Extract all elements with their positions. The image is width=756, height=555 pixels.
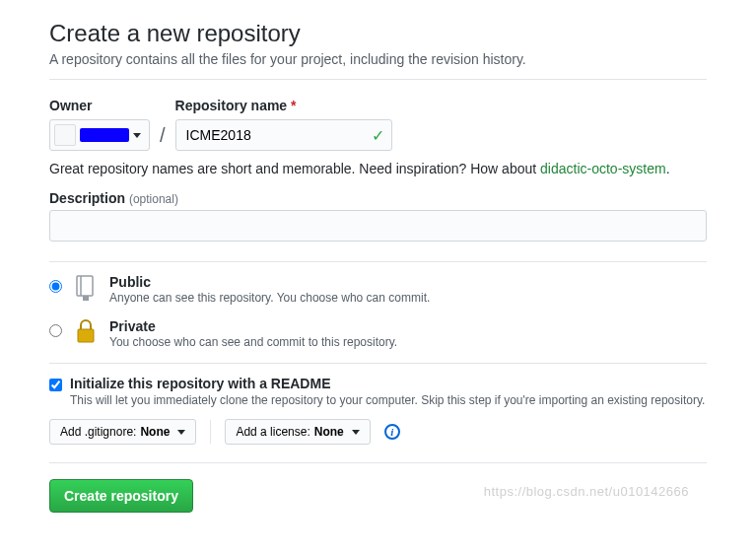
readme-checkbox[interactable] [49,379,62,391]
suggestion-link[interactable]: didactic-octo-system [540,161,666,176]
owner-select[interactable] [49,119,150,151]
watermark: https://blog.csdn.net/u010142666 [484,484,689,499]
divider [49,363,707,364]
lock-icon [72,318,100,344]
repo-name-label: Repository name * [175,98,392,113]
svg-rect-0 [77,276,93,296]
chevron-down-icon [133,133,141,138]
owner-name-redacted [80,128,129,142]
name-hint: Great repository names are short and mem… [49,161,707,176]
divider [49,79,707,80]
private-radio[interactable] [49,324,62,337]
info-icon[interactable]: i [384,424,400,440]
chevron-down-icon [352,430,360,435]
page-subtitle: A repository contains all the files for … [49,51,707,67]
chevron-down-icon [177,430,185,435]
public-title: Public [109,274,430,290]
public-sub: Anyone can see this repository. You choo… [109,291,430,305]
description-input[interactable] [49,210,707,242]
owner-label: Owner [49,98,150,113]
divider [49,462,707,463]
readme-title: Initialize this repository with a README [70,376,705,391]
svg-rect-3 [78,329,94,342]
repo-public-icon [72,274,100,302]
owner-avatar [54,124,76,146]
private-sub: You choose who can see and commit to thi… [109,335,397,349]
gitignore-select[interactable]: Add .gitignore: None [49,419,196,445]
readme-sub: This will let you immediately clone the … [70,393,705,407]
create-repository-button[interactable]: Create repository [49,479,193,513]
repo-name-input[interactable] [175,119,392,151]
svg-rect-2 [83,296,89,301]
public-radio[interactable] [49,280,62,293]
private-title: Private [109,318,397,334]
check-icon: ✓ [372,126,384,145]
page-title: Create a new repository [49,20,707,47]
description-label: Description (optional) [49,190,178,206]
divider [49,261,707,262]
divider-vertical [210,420,211,444]
slash-separator: / [158,124,168,151]
license-select[interactable]: Add a license: None [225,419,370,445]
